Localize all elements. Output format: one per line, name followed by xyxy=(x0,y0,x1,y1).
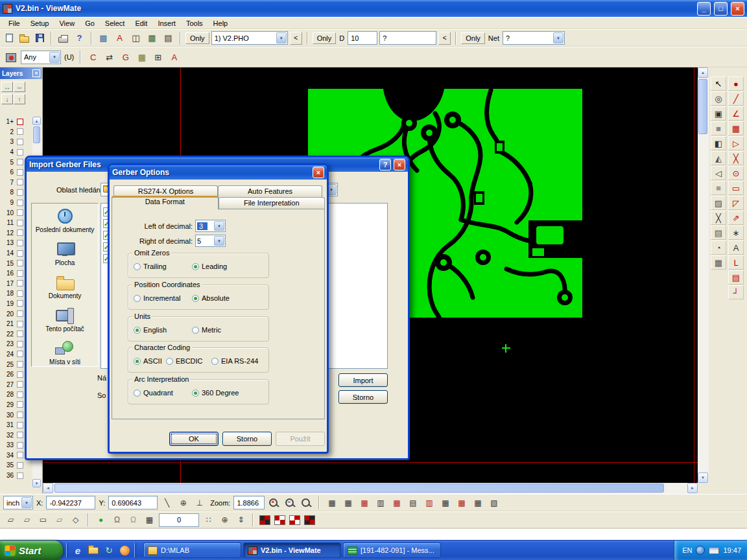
layer-visibility-checkbox[interactable] xyxy=(17,240,23,246)
film-select-icon[interactable] xyxy=(6,53,16,62)
half-fill-tool-icon[interactable]: ◧ xyxy=(711,136,726,150)
radio-metric[interactable]: Metric xyxy=(192,326,221,334)
zoom-field[interactable]: 1.8866 xyxy=(233,496,265,509)
layer-visibility-checkbox[interactable] xyxy=(17,300,23,307)
chevron-down-icon[interactable]: ▼ xyxy=(21,497,32,508)
grid-view-icon-4[interactable]: ▤ xyxy=(405,496,420,509)
close-icon[interactable]: × xyxy=(32,69,40,77)
layer-visibility-checkbox[interactable] xyxy=(17,341,23,347)
chevron-down-icon[interactable]: ▼ xyxy=(214,221,224,231)
language-indicator[interactable]: EN xyxy=(682,546,692,554)
crosshair-target-icon[interactable]: ⊕ xyxy=(176,496,191,509)
layer-visibility-checkbox[interactable] xyxy=(17,270,23,277)
print-icon[interactable] xyxy=(58,37,68,43)
pattern-checker-icon-4[interactable] xyxy=(304,515,315,525)
draw-circle-tool-icon[interactable]: ⊙ xyxy=(728,166,744,180)
help-icon[interactable]: ? xyxy=(72,31,87,45)
chevron-down-icon[interactable]: ▼ xyxy=(553,32,563,43)
window-select-tool-icon[interactable]: ▣ xyxy=(711,106,726,121)
draw-l-track-tool-icon[interactable]: L xyxy=(728,255,744,270)
grid-red-icon-1[interactable]: ▦ xyxy=(357,496,372,509)
layer-visibility-checkbox[interactable] xyxy=(17,159,23,165)
place-desktop[interactable]: Plocha xyxy=(32,237,98,270)
radio-leading[interactable]: Leading xyxy=(192,262,227,270)
radio-english[interactable]: English xyxy=(134,326,167,334)
component-mode-icon[interactable]: C xyxy=(86,50,101,64)
only-layer-toggle[interactable]: Only xyxy=(185,32,209,44)
radio-360-degree[interactable]: 360 Degree xyxy=(192,389,239,397)
save-file-icon[interactable] xyxy=(36,34,44,42)
close-button[interactable]: × xyxy=(731,2,744,16)
snap-anchor-icon[interactable]: ⊕ xyxy=(217,513,232,527)
grid-toggle-icon[interactable]: ▦ xyxy=(142,513,157,527)
layer-visibility-checkbox[interactable] xyxy=(17,229,23,236)
scroll-up-icon[interactable]: ▲ xyxy=(698,67,708,78)
radio-ebcdic[interactable]: EBCDIC xyxy=(166,357,203,365)
menu-tools[interactable]: Tools xyxy=(181,18,208,29)
draw-filled-rect-tool-icon[interactable]: ▦ xyxy=(728,121,744,135)
apply-button[interactable]: Použít xyxy=(276,432,325,446)
draw-corner-tool-icon[interactable]: ◸ xyxy=(728,196,744,210)
y-coordinate-field[interactable]: 0.690643 xyxy=(108,496,158,509)
layer-visibility-checkbox[interactable] xyxy=(17,200,23,206)
grid-view-icon-5[interactable]: ▦ xyxy=(438,496,453,509)
move-layer-up-button[interactable]: ↑ xyxy=(14,94,25,104)
layer-visibility-checkbox[interactable] xyxy=(17,310,23,317)
layer-visibility-checkbox[interactable] xyxy=(17,412,23,418)
shear-icon[interactable]: ▱ xyxy=(52,513,67,527)
tab-auto-features[interactable]: Auto Features xyxy=(218,185,322,197)
folder-quicklaunch-icon[interactable] xyxy=(87,544,100,557)
draw-table-tool-icon[interactable]: ▤ xyxy=(728,270,744,285)
skew-y-icon[interactable]: ▱ xyxy=(19,513,34,527)
move-layer-down-button[interactable]: ↓ xyxy=(1,94,13,104)
layer-visibility-checkbox[interactable] xyxy=(17,472,23,479)
layer-row-36[interactable]: 36 xyxy=(0,471,32,481)
layer-row-3[interactable]: 3 xyxy=(0,137,32,147)
zoom-in-icon[interactable]: + xyxy=(267,496,281,509)
zoom-out-icon[interactable]: − xyxy=(283,496,298,509)
grid-mixed-icon[interactable]: ▧ xyxy=(486,496,501,509)
layer-visibility-checkbox[interactable] xyxy=(17,280,23,286)
layer-visibility-checkbox[interactable] xyxy=(17,452,23,458)
lamp-icon-2[interactable]: Ω xyxy=(126,513,141,527)
new-file-icon[interactable] xyxy=(6,34,13,42)
draw-hook-tool-icon[interactable]: ┘ xyxy=(728,285,744,299)
minimize-button[interactable]: _ xyxy=(697,2,711,16)
settings-tool-icon[interactable]: ∗ xyxy=(728,226,744,240)
layer-visibility-checkbox[interactable] xyxy=(17,250,23,257)
help-icon[interactable]: ? xyxy=(379,159,391,170)
place-computer[interactable]: Tento počítač xyxy=(32,303,98,336)
menu-go[interactable]: Go xyxy=(80,18,100,29)
menu-view[interactable]: View xyxy=(54,18,80,29)
pattern-checker-icon-1[interactable] xyxy=(259,515,270,525)
units-combo[interactable]: inch ▼ xyxy=(3,496,33,509)
mirror-tool-icon[interactable]: ◭ xyxy=(711,151,726,165)
taskbar-grip[interactable] xyxy=(134,543,136,557)
origin-pin-icon[interactable]: ⊥ xyxy=(192,496,207,509)
layer-row-35[interactable]: 35 xyxy=(0,460,32,471)
layer-visibility-checkbox[interactable] xyxy=(17,462,23,469)
layer-visibility-checkbox[interactable] xyxy=(17,401,23,408)
scrollbar-thumb[interactable] xyxy=(698,79,707,134)
layer-visibility-checkbox[interactable] xyxy=(17,331,23,337)
left-of-decimal-combo[interactable]: 3 ▼ xyxy=(195,220,226,232)
tab-data-format[interactable]: Data Format xyxy=(112,196,219,209)
chevron-down-icon[interactable]: ▼ xyxy=(49,52,60,63)
grid-red-icon-3[interactable]: ▥ xyxy=(421,496,436,509)
layer-row-2[interactable]: 2 xyxy=(0,127,32,137)
pattern-checker-icon-2[interactable] xyxy=(274,515,285,525)
grid-red-icon-2[interactable]: ▦ xyxy=(389,496,404,509)
scroll-left-icon[interactable]: ◄ xyxy=(43,483,53,493)
cancel-button[interactable]: Storno xyxy=(222,432,272,446)
close-icon[interactable]: × xyxy=(394,159,405,170)
layer-visibility-checkbox[interactable] xyxy=(17,422,23,428)
crosshatch-icon[interactable]: ⊞ xyxy=(150,50,165,64)
layer-combo[interactable]: 1) V2.PHO ▼ xyxy=(211,31,288,45)
radio-incremental[interactable]: Incremental xyxy=(134,294,180,302)
layer-visibility-checkbox[interactable] xyxy=(17,391,23,398)
layer-visibility-checkbox[interactable] xyxy=(17,260,23,266)
chevron-down-icon[interactable]: ▼ xyxy=(276,32,287,43)
layer-visibility-checkbox[interactable] xyxy=(17,442,23,449)
layer-visibility-checkbox[interactable] xyxy=(17,351,23,357)
open-file-icon[interactable] xyxy=(19,36,29,43)
